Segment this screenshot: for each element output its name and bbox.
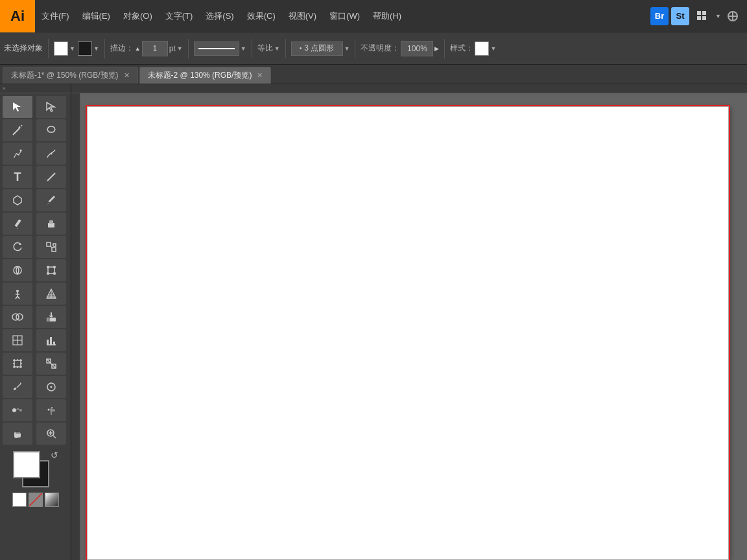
menu-help[interactable]: 帮助(H) — [366, 0, 408, 32]
free-transform-tool[interactable] — [36, 259, 66, 281]
dot-shape-arrow[interactable]: ▼ — [344, 45, 350, 52]
svg-rect-47 — [47, 340, 49, 345]
svg-line-9 — [13, 128, 19, 135]
svg-rect-48 — [50, 337, 52, 345]
stroke-line-style[interactable] — [194, 41, 239, 56]
paintbrush-tool[interactable] — [36, 189, 66, 211]
menu-view[interactable]: 视图(V) — [282, 0, 323, 32]
workspace-dropdown-arrow[interactable]: ▼ — [715, 13, 721, 19]
eyedropper-tool[interactable] — [3, 376, 32, 398]
menu-window[interactable]: 窗口(W) — [323, 0, 366, 32]
live-paint-tool[interactable] — [36, 306, 66, 328]
svg-point-12 — [20, 150, 22, 152]
stroke-style-arrow[interactable]: ▼ — [241, 45, 246, 52]
menu-select[interactable]: 选择(S) — [199, 0, 240, 32]
tab-1[interactable]: 未标题-1* @ 150% (RGB/预览) ✕ — [3, 67, 138, 84]
workspace-grid-button[interactable] — [692, 7, 713, 25]
shape-builder-tool[interactable] — [3, 306, 32, 328]
bar-chart-tool[interactable] — [36, 329, 66, 351]
top-ruler — [71, 84, 747, 93]
bridge-button[interactable]: Br — [650, 7, 669, 25]
pen-tool[interactable] — [3, 143, 32, 165]
svg-rect-1 — [702, 11, 706, 15]
tab-1-label: 未标题-1* @ 150% (RGB/预览) — [11, 70, 119, 81]
pencil-tool[interactable] — [3, 213, 32, 235]
curvature-pen-tool[interactable] — [36, 143, 66, 165]
direct-selection-tool[interactable] — [36, 96, 66, 118]
opacity-label: 不透明度： — [361, 43, 399, 54]
opacity-arrow[interactable]: ▶ — [434, 45, 439, 52]
color-gradient-swatch[interactable] — [45, 493, 59, 507]
stroke-style-section[interactable]: ▼ — [194, 41, 246, 56]
scale-tool[interactable] — [36, 236, 66, 258]
hand-tool[interactable] — [3, 423, 32, 445]
lasso-tool[interactable] — [36, 119, 66, 141]
svg-point-24 — [14, 266, 21, 274]
dot-shape-section[interactable]: • 3 点圆形 ▼ — [291, 41, 350, 56]
rotate-tool[interactable] — [3, 236, 32, 258]
tab-2[interactable]: 未标题-2 @ 130% (RGB/预览) ✕ — [139, 67, 272, 84]
tab-2-label: 未标题-2 @ 130% (RGB/预览) — [148, 70, 252, 81]
perspective-grid-tool[interactable] — [36, 283, 66, 305]
swap-colors-icon[interactable]: ↺ — [51, 450, 58, 460]
stroke-up-arrow[interactable]: ▲ — [135, 45, 141, 52]
stroke-color-box[interactable] — [78, 41, 92, 56]
app-logo: Ai — [0, 0, 35, 32]
svg-point-71 — [47, 409, 49, 411]
symbol-sprayer-tool[interactable] — [36, 399, 66, 421]
style-label: 样式： — [450, 43, 473, 54]
svg-rect-26 — [47, 266, 49, 268]
color-white-swatch[interactable] — [12, 493, 27, 507]
menu-text[interactable]: 文字(T) — [159, 0, 200, 32]
tab-2-close[interactable]: ✕ — [257, 71, 263, 80]
left-toolbar: ≡ — [0, 84, 71, 560]
opacity-input[interactable] — [401, 41, 433, 56]
fill-color-arrow[interactable]: ▼ — [69, 45, 75, 52]
foreground-color[interactable] — [13, 451, 40, 478]
stroke-unit: pt — [169, 44, 176, 53]
fill-color-box[interactable] — [54, 41, 68, 56]
menu-edit[interactable]: 编辑(E) — [76, 0, 117, 32]
menu-bar: Ai 文件(F) 编辑(E) 对象(O) 文字(T) 选择(S) 效果(C) 视… — [0, 0, 747, 32]
search-button[interactable] — [724, 7, 742, 25]
selection-tool[interactable] — [3, 96, 32, 118]
options-toolbar: 未选择对象 ▼ ▼ 描边： ▲ pt ▼ ▼ 等比 ▼ • 3 点圆形 ▼ 不透… — [0, 32, 747, 65]
slice-tool[interactable] — [36, 353, 66, 375]
tab-1-close[interactable]: ✕ — [124, 71, 130, 80]
canvas-area[interactable] — [71, 84, 747, 560]
line-tool[interactable] — [36, 166, 66, 188]
menu-effect[interactable]: 效果(C) — [241, 0, 282, 32]
eraser-tool[interactable] — [36, 213, 66, 235]
separator4 — [252, 39, 252, 58]
magic-wand-tool[interactable] — [3, 119, 32, 141]
menu-file[interactable]: 文件(F) — [35, 0, 76, 32]
type-tool[interactable]: T — [3, 166, 32, 188]
dot-shape-selector[interactable]: • 3 点圆形 — [291, 41, 343, 56]
artboard-tool[interactable] — [3, 353, 32, 375]
stroke-unit-arrow[interactable]: ▼ — [177, 45, 183, 52]
blend-tool[interactable] — [3, 399, 32, 421]
style-section: 样式： ▼ — [450, 41, 496, 56]
stock-button[interactable]: St — [671, 7, 689, 25]
separator1 — [48, 39, 49, 58]
stroke-weight-input[interactable] — [142, 41, 168, 56]
polygon-tool[interactable] — [3, 189, 32, 211]
color-none-swatch[interactable] — [29, 493, 43, 507]
measure-tool[interactable] — [36, 376, 66, 398]
zoom-tool[interactable] — [36, 423, 66, 445]
warp-tool[interactable] — [3, 259, 32, 281]
puppet-warp-tool[interactable] — [3, 283, 32, 305]
ratio-arrow[interactable]: ▼ — [274, 45, 280, 52]
svg-point-70 — [19, 409, 22, 412]
svg-rect-28 — [47, 273, 49, 274]
svg-point-68 — [50, 386, 52, 388]
mesh-tool[interactable] — [3, 329, 32, 351]
style-arrow[interactable]: ▼ — [490, 45, 496, 52]
menu-object[interactable]: 对象(O) — [117, 0, 159, 32]
fill-color-picker[interactable]: ▼ — [54, 41, 75, 56]
svg-line-80 — [53, 436, 56, 438]
stroke-color-arrow[interactable]: ▼ — [93, 45, 99, 52]
canvas-content[interactable] — [80, 93, 747, 560]
style-picker[interactable] — [475, 41, 489, 56]
stroke-color-picker[interactable]: ▼ — [78, 41, 99, 56]
